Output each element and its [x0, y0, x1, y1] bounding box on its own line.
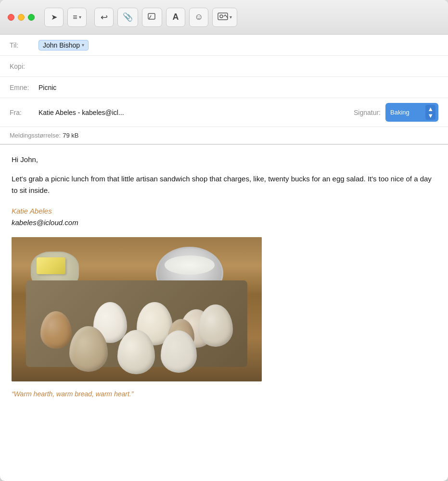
recipient-name: John Bishop [43, 41, 80, 49]
reply-icon: ↩ [101, 12, 108, 23]
from-value: Katie Abeles - kabeles@icl... [38, 109, 354, 116]
chevron-down-icon: ▾ [79, 14, 81, 20]
traffic-lights [8, 14, 35, 21]
cc-field-row: Kopi: [0, 56, 448, 77]
from-label: Fra: [10, 109, 38, 116]
close-button[interactable] [8, 14, 14, 21]
signature-value: Baking [390, 109, 410, 116]
size-label: Meldingsstørrelse: [10, 132, 61, 139]
arrow-down-icon: ▼ [427, 113, 434, 119]
emoji-button[interactable]: ☺ [189, 8, 208, 27]
photo-button[interactable]: ▾ [212, 8, 237, 27]
image-canvas [12, 237, 262, 381]
send-button[interactable]: ➤ [44, 8, 64, 27]
recipient-chevron-icon: ▾ [82, 42, 84, 48]
quote-text: “Warm hearth, warm bread, warm heart.” [12, 389, 436, 399]
to-field-row: Til: John Bishop ▾ [0, 35, 448, 56]
to-field[interactable]: John Bishop ▾ [38, 40, 89, 51]
signature-name: Katie Abeles [12, 206, 436, 217]
size-value: 79 kB [63, 132, 78, 139]
svg-point-2 [220, 15, 223, 18]
send-icon: ➤ [51, 13, 57, 22]
arrow-up-icon: ▲ [427, 106, 434, 112]
from-field-row: Fra: Katie Abeles - kabeles@icl... Signa… [0, 98, 448, 127]
list-format-button[interactable]: ≡ ▾ [67, 8, 87, 27]
maximize-button[interactable] [28, 14, 35, 21]
signature-label: Signatur: [354, 109, 381, 116]
subject-label: Emne: [10, 84, 38, 91]
size-row: Meldingsstørrelse: 79 kB [0, 127, 448, 144]
list-icon: ≡ [73, 13, 77, 22]
photo-chevron-icon: ▾ [230, 14, 232, 20]
font-button[interactable]: A [166, 8, 185, 27]
cc-input[interactable] [38, 63, 438, 70]
cc-label: Kopi: [10, 63, 38, 70]
photo-icon [218, 12, 228, 23]
titlebar: ➤ ≡ ▾ ↩ 📎 A ☺ [0, 0, 448, 35]
reply-button[interactable]: ↩ [94, 8, 114, 27]
subject-value[interactable]: Picnic [38, 84, 438, 91]
recipient-tag[interactable]: John Bishop ▾ [38, 40, 89, 51]
attach2-icon [147, 12, 157, 23]
signature-section: Signatur: Baking ▲ ▼ [354, 103, 438, 122]
header-fields: Til: John Bishop ▾ Kopi: Emne: Picnic Fr… [0, 35, 448, 145]
emoji-icon: ☺ [194, 12, 203, 22]
attach-inline-button[interactable] [142, 8, 162, 27]
minimize-button[interactable] [18, 14, 25, 21]
mail-compose-window: ➤ ≡ ▾ ↩ 📎 A ☺ [0, 0, 448, 481]
paperclip-icon: 📎 [123, 12, 133, 22]
body-text: Let's grab a picnic lunch from that litt… [12, 173, 436, 196]
to-label: Til: [10, 41, 38, 49]
email-image [12, 237, 262, 381]
signature-arrows: ▲ ▼ [425, 105, 435, 120]
greeting-text: Hi John, [12, 154, 436, 165]
mail-body[interactable]: Hi John, Let's grab a picnic lunch from … [0, 145, 448, 481]
subject-field-row: Emne: Picnic [0, 77, 448, 98]
signature-email: kabeles@icloud.com [12, 217, 436, 228]
signature-select[interactable]: Baking ▲ ▼ [385, 103, 438, 122]
font-icon: A [173, 12, 179, 22]
attachment-button[interactable]: 📎 [117, 8, 138, 27]
